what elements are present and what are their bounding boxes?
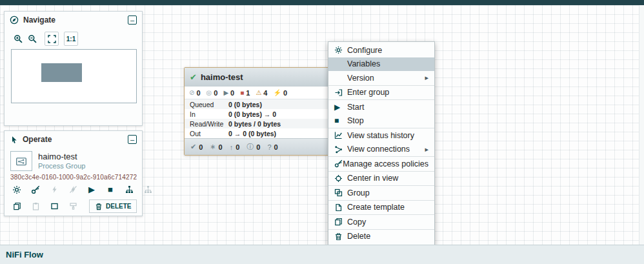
valid-check-icon: ✔ <box>190 72 197 82</box>
play-icon: ▶ <box>334 103 347 112</box>
operate-toolbar-row1: ▶ ■ <box>9 183 156 196</box>
process-group-counts-row: ⊘0 ◎0 ▶0 ■1 ⚠4 ⚡0 <box>185 86 328 99</box>
stop-icon: ■ <box>334 116 347 125</box>
copy-icon <box>334 218 347 226</box>
selected-component-id: 380c3c4e-0160-1000-9a2c-910a6c714272 <box>10 174 137 181</box>
delete-button-label: DELETE <box>106 203 131 210</box>
stopped-count: ■1 <box>240 89 250 97</box>
not-transmitting-icon: ◎ <box>206 90 212 96</box>
navigate-header: Navigate – <box>5 12 142 28</box>
template-upload-button[interactable] <box>121 183 137 196</box>
not-transmitting-count: ◎0 <box>206 89 218 97</box>
minimap[interactable] <box>11 49 137 103</box>
process-group-icon <box>10 151 32 171</box>
transmitting-count: ⊘0 <box>189 89 201 97</box>
connections-icon <box>334 145 347 154</box>
invalid-count: ⚠4 <box>256 89 267 97</box>
minimap-flow-rect <box>41 63 82 82</box>
operate-collapse-button[interactable]: – <box>128 135 137 144</box>
running-icon: ▶ <box>223 90 228 96</box>
paste-button[interactable] <box>28 199 43 213</box>
menu-item-center-in-view[interactable]: Center in view <box>328 172 434 186</box>
group-icon <box>334 188 347 197</box>
menu-item-create-template[interactable]: Create template <box>328 201 434 215</box>
selected-component-name: haimo-test <box>38 152 77 161</box>
submenu-caret-icon: ▸ <box>425 74 428 82</box>
menu-item-variables[interactable]: Variables <box>328 57 434 72</box>
transmitting-icon: ⊘ <box>189 90 194 96</box>
gear-icon <box>334 46 347 54</box>
operate-toolbar-row2: DELETE <box>9 199 137 213</box>
stat-row-in: In0 (0 bytes) → 0 <box>185 109 328 119</box>
menu-item-view-connections[interactable]: View connections ▸ <box>328 143 434 157</box>
compass-icon <box>10 15 19 25</box>
menu-item-stop[interactable]: ■ Stop <box>328 114 434 128</box>
stale-icon: ↑ <box>230 143 234 151</box>
stopped-icon: ■ <box>240 90 244 96</box>
crosshair-icon <box>334 174 347 183</box>
key-icon <box>334 159 343 168</box>
disabled-count: ⚡0 <box>273 89 287 97</box>
stop-button[interactable]: ■ <box>103 183 118 196</box>
operate-header: Operate – <box>5 131 142 148</box>
top-toolbar-edge <box>0 0 644 5</box>
menu-item-start[interactable]: ▶ Start <box>328 100 434 114</box>
chart-icon <box>334 131 347 139</box>
hand-pointer-icon <box>10 136 18 144</box>
zoom-in-button[interactable] <box>11 32 25 46</box>
zoom-actual-size-button[interactable]: 1:1 <box>64 32 78 46</box>
stat-row-out: Out0 → 0 (0 bytes) <box>185 128 328 138</box>
locally-modified-count: ∗0 <box>210 143 222 151</box>
sync-failure-count: ⓘ0 <box>247 142 260 152</box>
unversioned-icon: ? <box>267 143 271 151</box>
up-to-date-count: ✔0 <box>190 143 203 151</box>
disable-button[interactable] <box>65 183 81 196</box>
enable-button[interactable] <box>46 183 62 196</box>
navigate-title: Navigate <box>23 15 55 25</box>
unversioned-count: ?0 <box>267 143 277 151</box>
menu-item-version[interactable]: Version ▸ <box>328 71 434 85</box>
operate-title: Operate <box>23 135 52 144</box>
invalid-icon: ⚠ <box>256 90 261 96</box>
label-button[interactable] <box>46 199 62 213</box>
process-group-footer: ✔0 ∗0 ↑0 ⓘ0 ?0 <box>185 138 328 155</box>
configure-button[interactable] <box>9 183 25 196</box>
operate-panel: Operate – haimo-test Process Group 380c3… <box>4 130 143 216</box>
submenu-caret-icon: ▸ <box>425 145 428 154</box>
trash-icon <box>95 203 103 210</box>
menu-item-group[interactable]: Group <box>328 186 434 200</box>
menu-item-copy[interactable]: Copy <box>328 215 434 229</box>
stat-row-queued: Queued0 (0 bytes) <box>185 99 328 109</box>
zoom-out-button[interactable] <box>25 32 39 46</box>
nifi-screen: Navigate – 1:1 Operate – <box>0 0 644 264</box>
template-download-button[interactable] <box>140 183 156 196</box>
breadcrumb[interactable]: NiFi Flow <box>6 250 43 259</box>
navigate-collapse-button[interactable]: – <box>128 15 137 25</box>
zoom-fit-button[interactable] <box>45 32 59 46</box>
up-to-date-icon: ✔ <box>190 143 196 151</box>
menu-item-enter-group[interactable]: Enter group <box>328 86 434 100</box>
navigate-toolbar: 1:1 <box>11 31 78 46</box>
stale-count: ↑0 <box>230 143 240 151</box>
disabled-icon: ⚡ <box>273 90 281 96</box>
menu-item-configure[interactable]: Configure <box>328 43 434 57</box>
trash-icon <box>334 232 347 241</box>
start-button[interactable]: ▶ <box>84 183 99 196</box>
menu-item-view-status-history[interactable]: View status history <box>328 128 434 143</box>
copy-button[interactable] <box>9 199 25 213</box>
menu-item-delete[interactable]: Delete <box>328 230 434 244</box>
locally-modified-icon: ∗ <box>210 143 216 151</box>
vertical-scrollbar[interactable] <box>639 5 644 245</box>
access-policies-button[interactable] <box>28 183 43 196</box>
sync-failure-icon: ⓘ <box>247 142 254 152</box>
fill-color-button[interactable] <box>65 199 81 213</box>
breadcrumb-bar: NiFi Flow <box>0 245 644 264</box>
process-group-node[interactable]: ✔ haimo-test ⊘0 ◎0 ▶0 ■1 ⚠4 ⚡0 Queued0 (… <box>184 67 329 156</box>
process-group-header: ✔ haimo-test <box>185 68 328 86</box>
delete-button[interactable]: DELETE <box>89 199 137 213</box>
stat-row-readwrite: Read/Write0 bytes / 0 bytes <box>185 119 328 128</box>
context-menu: Configure Variables Version ▸ Enter grou… <box>328 41 435 245</box>
running-count: ▶0 <box>223 89 234 97</box>
menu-item-manage-access-policies[interactable]: Manage access policies <box>328 157 434 171</box>
sign-in-icon <box>334 88 347 97</box>
